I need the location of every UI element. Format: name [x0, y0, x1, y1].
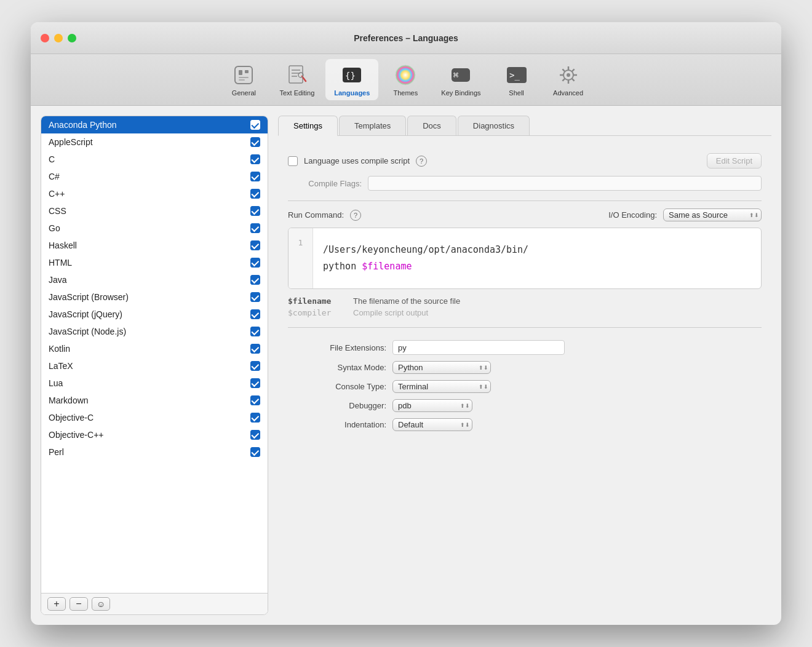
language-item-label: Lua — [49, 378, 63, 388]
language-item[interactable]: Objective-C — [41, 409, 268, 426]
language-item[interactable]: Lua — [41, 375, 268, 392]
language-checkbox[interactable] — [250, 292, 260, 302]
emoji-button[interactable]: ☺ — [92, 597, 110, 611]
language-item[interactable]: Objective-C++ — [41, 426, 268, 443]
language-item-label: Markdown — [49, 395, 89, 405]
debugger-label: Debugger: — [288, 401, 386, 410]
maximize-button[interactable] — [68, 34, 76, 42]
toolbar-item-key-bindings[interactable]: ⌘ Key Bindings — [432, 59, 489, 100]
svg-point-13 — [396, 65, 415, 85]
shell-icon: >_ — [504, 63, 529, 87]
indentation-select[interactable]: Default Tabs 2 Spaces 4 Spaces — [392, 418, 472, 431]
svg-line-26 — [571, 69, 574, 71]
file-extensions-row: File Extensions: — [288, 340, 762, 355]
languages-icon: {} — [340, 63, 364, 87]
toolbar-item-themes[interactable]: Themes — [381, 59, 430, 100]
language-checkbox[interactable] — [250, 413, 260, 423]
run-command-editor[interactable]: 1 /Users/keyoncheung/opt/anaconda3/bin/ … — [288, 228, 762, 289]
language-checkbox[interactable] — [250, 378, 260, 388]
var-compiler-row: $compiler Compile script output — [288, 308, 762, 317]
remove-language-button[interactable]: − — [70, 597, 88, 611]
language-checkbox[interactable] — [250, 430, 260, 440]
language-checkbox[interactable] — [250, 206, 260, 216]
language-checkbox[interactable] — [250, 395, 260, 405]
indentation-wrapper: Default Tabs 2 Spaces 4 Spaces — [392, 418, 472, 431]
io-encoding-label: I/O Encoding: — [608, 210, 657, 220]
tab-templates[interactable]: Templates — [339, 116, 406, 135]
var-compiler-name: $compiler — [288, 308, 343, 317]
syntax-mode-select[interactable]: Python JavaScript Ruby — [392, 361, 491, 374]
language-item[interactable]: AppleScript — [41, 133, 268, 151]
separator-1 — [288, 200, 762, 201]
language-item[interactable]: JavaScript (jQuery) — [41, 306, 268, 323]
language-checkbox[interactable] — [250, 223, 260, 233]
language-checkbox[interactable] — [250, 154, 260, 164]
debugger-select[interactable]: pdb pudb — [392, 399, 472, 412]
language-item[interactable]: Java — [41, 271, 268, 288]
language-item-label: HTML — [49, 258, 72, 268]
toolbar-item-general[interactable]: General — [219, 59, 268, 100]
file-extensions-input[interactable] — [392, 340, 565, 355]
language-checkbox[interactable] — [250, 447, 260, 457]
language-checkbox[interactable] — [250, 309, 260, 319]
toolbar-item-advanced[interactable]: Advanced — [544, 59, 593, 100]
toolbar-item-shell[interactable]: >_ Shell — [492, 59, 541, 100]
console-type-select[interactable]: Terminal REPL — [392, 380, 491, 393]
advanced-icon — [556, 63, 581, 87]
toolbar-item-text-editing[interactable]: Text Editing — [271, 59, 323, 100]
compile-flags-input[interactable] — [368, 176, 762, 191]
language-item[interactable]: JavaScript (Node.js) — [41, 323, 268, 340]
add-language-button[interactable]: + — [47, 597, 66, 611]
language-checkbox[interactable] — [250, 172, 260, 181]
language-item[interactable]: Perl — [41, 443, 268, 461]
language-checkbox[interactable] — [250, 258, 260, 268]
close-button[interactable] — [41, 34, 49, 42]
code-path: /Users/keyoncheung/opt/anaconda3/bin/ — [323, 244, 528, 255]
svg-line-27 — [562, 78, 565, 81]
language-item[interactable]: Anaconda Python — [41, 116, 268, 133]
language-item[interactable]: CSS — [41, 202, 268, 220]
language-checkbox[interactable] — [250, 120, 260, 130]
toolbar-item-languages[interactable]: {} Languages — [325, 59, 378, 100]
language-checkbox[interactable] — [250, 275, 260, 285]
tab-settings[interactable]: Settings — [278, 116, 338, 136]
language-item[interactable]: C++ — [41, 185, 268, 202]
syntax-mode-row: Syntax Mode: Python JavaScript Ruby — [288, 361, 762, 374]
language-item-label: JavaScript (Browser) — [49, 292, 129, 302]
language-item[interactable]: Kotlin — [41, 340, 268, 357]
language-item[interactable]: HTML — [41, 254, 268, 271]
tab-diagnostics[interactable]: Diagnostics — [458, 116, 530, 135]
language-item-label: C# — [49, 172, 60, 181]
run-command-label: Run Command: — [288, 210, 344, 220]
toolbar-label-shell: Shell — [509, 89, 523, 97]
tab-docs[interactable]: Docs — [407, 116, 456, 135]
language-item[interactable]: Haskell — [41, 237, 268, 254]
language-checkbox[interactable] — [250, 240, 260, 250]
minimize-button[interactable] — [54, 34, 63, 42]
language-checkbox[interactable] — [250, 137, 260, 147]
edit-script-button[interactable]: Edit Script — [707, 153, 762, 169]
language-item[interactable]: Go — [41, 220, 268, 237]
language-checkbox[interactable] — [250, 189, 260, 199]
io-encoding-wrapper: Same as Source UTF-8 UTF-16 — [663, 208, 762, 221]
language-item[interactable]: JavaScript (Browser) — [41, 288, 268, 306]
run-command-help-icon[interactable]: ? — [350, 210, 361, 221]
console-type-row: Console Type: Terminal REPL — [288, 380, 762, 393]
var-filename-name: $filename — [288, 296, 343, 306]
toolbar-label-text-editing: Text Editing — [279, 89, 314, 97]
language-item[interactable]: LaTeX — [41, 357, 268, 375]
language-item[interactable]: C# — [41, 168, 268, 185]
language-checkbox[interactable] — [250, 361, 260, 371]
indentation-label: Indentation: — [288, 420, 386, 429]
language-checkbox[interactable] — [250, 327, 260, 336]
language-item[interactable]: Markdown — [41, 392, 268, 409]
language-item[interactable]: C — [41, 151, 268, 168]
io-encoding-select[interactable]: Same as Source UTF-8 UTF-16 — [663, 208, 762, 221]
compile-help-icon[interactable]: ? — [416, 156, 427, 167]
compile-flags-row: Compile Flags: — [288, 176, 762, 198]
compile-script-checkbox[interactable] — [288, 156, 298, 166]
code-block: /Users/keyoncheung/opt/anaconda3/bin/ py… — [323, 242, 528, 275]
language-item-label: Perl — [49, 447, 64, 457]
language-checkbox[interactable] — [250, 344, 260, 354]
indentation-row: Indentation: Default Tabs 2 Spaces 4 Spa… — [288, 418, 762, 431]
